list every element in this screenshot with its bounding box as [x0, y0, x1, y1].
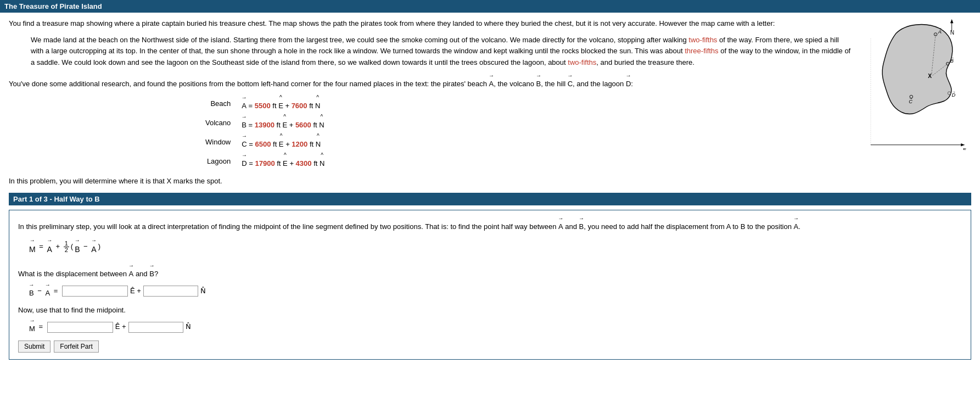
- midpoint-east-input[interactable]: [47, 322, 113, 333]
- beach-eq: A = 5500 ft E + 7600 ft N: [237, 94, 329, 114]
- displacement-question-label: What is the displacement between A and B…: [18, 264, 962, 280]
- displacement-north-input[interactable]: [143, 286, 198, 297]
- positions-table: Beach A = 5500 ft E + 7600 ft N Volcano …: [201, 94, 329, 171]
- part1-content: In this preliminary step, you will look …: [9, 210, 971, 359]
- svg-text:N: N: [950, 30, 954, 36]
- svg-text:→: →: [952, 90, 956, 94]
- map-container: N A → B → X C → D: [861, 18, 971, 193]
- vec-D-label: D: [626, 74, 631, 90]
- midpoint-input-row: M = Ê + N̂: [29, 319, 962, 335]
- svg-text:→: →: [950, 55, 954, 60]
- vec-A-label: A: [489, 74, 494, 90]
- north-hat-label-2: N̂: [186, 321, 191, 333]
- page-title: The Treasure of Pirate Island: [4, 2, 102, 10]
- research-paragraph: You've done some additional research, an…: [9, 74, 853, 90]
- button-row: Submit Forfeit Part: [18, 340, 962, 353]
- red-two-fifths-1: two-fifths: [688, 36, 717, 44]
- midpoint-question: Now, use that to find the midpoint. M = …: [18, 305, 962, 336]
- submit-button[interactable]: Submit: [18, 340, 51, 353]
- title-bar: The Treasure of Pirate Island: [0, 0, 980, 13]
- forfeit-button[interactable]: Forfeit Part: [54, 340, 98, 353]
- volcano-label: Volcano: [201, 114, 237, 133]
- part1-box: In this preliminary step, you will look …: [9, 210, 971, 360]
- svg-text:→: →: [938, 26, 942, 31]
- svg-text:→: →: [909, 96, 912, 101]
- svg-marker-19: [961, 143, 964, 147]
- volcano-eq: B = 13900 ft E + 5600 ft N: [237, 114, 329, 133]
- svg-text:E: E: [963, 147, 966, 150]
- svg-text:X: X: [928, 73, 932, 79]
- intro-section: You find a treasure map showing where a …: [9, 18, 971, 193]
- window-label: Window: [201, 133, 237, 152]
- part1-intro-text: In this preliminary step, you will look …: [18, 217, 962, 232]
- main-content: You find a treasure map showing where a …: [0, 13, 980, 370]
- part1-title: Part 1 of 3 - Half Way to B: [13, 195, 100, 203]
- intro-text: You find a treasure map showing where a …: [9, 18, 853, 193]
- intro-paragraph: You find a treasure map showing where a …: [9, 18, 853, 29]
- table-row: Volcano B = 13900 ft E + 5600 ft N: [201, 114, 329, 133]
- window-eq: C = 6500 ft E + 1200 ft N: [237, 133, 329, 152]
- vec-B-label: B: [536, 74, 541, 90]
- midpoint-north-input[interactable]: [128, 322, 183, 333]
- letter-block: We made land at the beach on the Northwe…: [31, 35, 853, 69]
- midpoint-question-label: Now, use that to find the midpoint.: [18, 305, 962, 316]
- east-hat-label-1: Ê +: [130, 286, 141, 297]
- map-svg: N A → B → X C → D: [861, 18, 971, 150]
- lagoon-eq: D = 17900 ft E + 4300 ft N: [237, 152, 329, 171]
- beach-label: Beach: [201, 94, 237, 114]
- table-row: Lagoon D = 17900 ft E + 4300 ft N: [201, 152, 329, 171]
- vec-C-label: C: [568, 74, 573, 90]
- red-two-fifths-2: two-fifths: [568, 58, 596, 66]
- east-hat-label-2: Ê +: [115, 321, 126, 333]
- table-row: Beach A = 5500 ft E + 7600 ft N: [201, 94, 329, 114]
- displacement-input-row: B − A = Ê + N̂: [29, 283, 962, 299]
- red-three-fifths: three-fifths: [685, 47, 718, 55]
- displacement-question: What is the displacement between A and B…: [18, 264, 962, 299]
- table-row: Window C = 6500 ft E + 1200 ft N: [201, 133, 329, 152]
- lagoon-label: Lagoon: [201, 152, 237, 171]
- in-this-problem-para: In this problem, you will determine wher…: [9, 176, 853, 187]
- displacement-east-input[interactable]: [62, 286, 128, 297]
- formula-line: M = A + 1 2 ( B − A ): [29, 239, 962, 255]
- north-hat-label-1: N̂: [200, 286, 206, 297]
- svg-marker-1: [950, 19, 954, 23]
- part1-header: Part 1 of 3 - Half Way to B: [9, 193, 971, 205]
